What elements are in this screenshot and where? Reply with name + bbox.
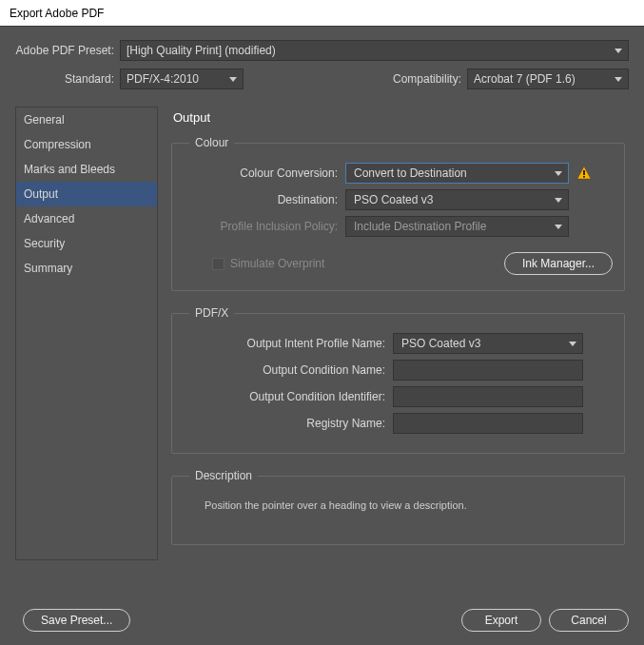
pdfx-group: PDF/X Output Intent Profile Name: PSO Co… (171, 306, 625, 454)
preset-label: Adobe PDF Preset: (15, 44, 114, 57)
colour-conversion-label: Colour Conversion: (184, 166, 345, 180)
window-titlebar: Export Adobe PDF (0, 0, 644, 27)
sidebar-item-compression[interactable]: Compression (16, 132, 157, 157)
output-condition-name-label: Output Condition Name: (184, 363, 393, 377)
colour-legend: Colour (189, 136, 234, 149)
standard-label: Standard: (15, 72, 114, 86)
description-legend: Description (189, 469, 258, 482)
output-condition-name-input[interactable] (393, 360, 583, 381)
registry-name-input[interactable] (393, 413, 583, 434)
top-options: Adobe PDF Preset: [High Quality Print] (… (0, 27, 644, 107)
sidebar-item-output[interactable]: Output (16, 182, 157, 206)
description-text: Position the pointer over a heading to v… (184, 496, 613, 526)
category-sidebar: General Compression Marks and Bleeds Out… (15, 107, 158, 560)
simulate-overprint-checkbox (212, 258, 224, 270)
cancel-button[interactable]: Cancel (549, 609, 629, 632)
colour-conversion-select[interactable]: Convert to Destination (345, 163, 569, 184)
sidebar-item-security[interactable]: Security (16, 231, 157, 256)
svg-rect-2 (583, 176, 585, 178)
warning-icon (576, 166, 592, 181)
dialog-footer: Save Preset... Export Cancel (0, 596, 644, 645)
ink-manager-button[interactable]: Ink Manager... (504, 252, 613, 275)
compatibility-select[interactable]: Acrobat 7 (PDF 1.6) (467, 68, 629, 89)
sidebar-item-marks-bleeds[interactable]: Marks and Bleeds (16, 157, 157, 182)
colour-group: Colour Colour Conversion: Convert to Des… (171, 136, 625, 291)
description-group: Description Position the pointer over a … (171, 469, 625, 545)
simulate-overprint-label: Simulate Overprint (230, 257, 504, 270)
output-intent-select[interactable]: PSO Coated v3 (393, 333, 583, 354)
output-intent-label: Output Intent Profile Name: (184, 337, 393, 350)
destination-label: Destination: (184, 193, 345, 206)
sidebar-item-summary[interactable]: Summary (16, 256, 157, 281)
sidebar-item-advanced[interactable]: Advanced (16, 206, 157, 231)
standard-select[interactable]: PDF/X-4:2010 (120, 68, 244, 89)
save-preset-button[interactable]: Save Preset... (23, 609, 130, 632)
profile-policy-label: Profile Inclusion Policy: (184, 220, 345, 233)
export-button[interactable]: Export (461, 609, 541, 632)
page-title: Output (171, 107, 625, 136)
pdfx-legend: PDF/X (189, 306, 234, 320)
output-condition-id-label: Output Condition Identifier: (184, 390, 393, 403)
destination-select[interactable]: PSO Coated v3 (345, 189, 569, 210)
profile-policy-select: Include Destination Profile (345, 216, 569, 237)
svg-rect-1 (583, 170, 585, 175)
sidebar-item-general[interactable]: General (16, 108, 157, 132)
preset-select[interactable]: [High Quality Print] (modified) (120, 40, 629, 61)
output-condition-id-input[interactable] (393, 386, 583, 407)
compatibility-label: Compatibility: (244, 72, 461, 86)
registry-name-label: Registry Name: (184, 417, 393, 430)
